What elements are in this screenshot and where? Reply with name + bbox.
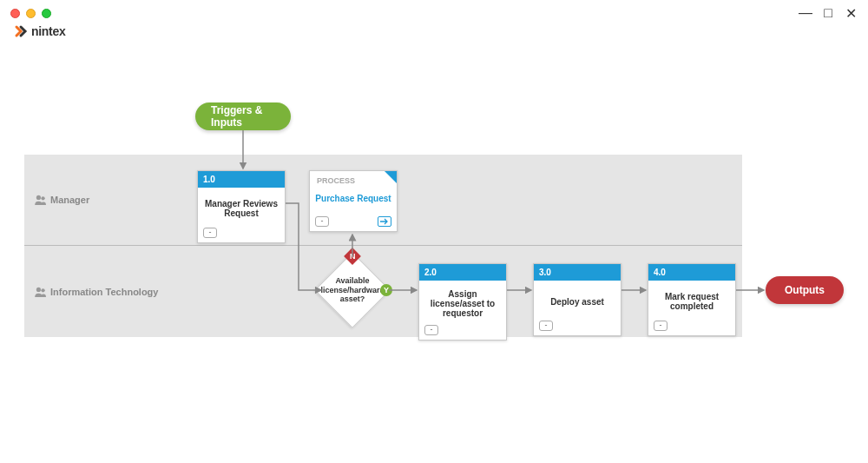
process-title: Purchase Request [310,187,397,215]
lane-it-text: Information Technology [50,287,158,297]
minimize-button[interactable]: — [799,5,812,21]
outputs-label: Outputs [785,284,825,296]
maximize-button[interactable]: □ [821,5,835,21]
task-mark-complete[interactable]: 4.0 Mark request completed - [648,263,736,336]
traffic-lights [10,9,51,18]
svg-point-1 [41,196,44,200]
lane-manager-label: Manager [35,195,89,205]
task-title: Manager Reviews Request [198,188,285,226]
task-title: Deploy asset [534,281,621,319]
window-controls: — □ ✕ [799,5,858,22]
triggers-inputs-node[interactable]: Triggers & Inputs [195,103,291,130]
group-icon [35,195,47,205]
task-assign-license[interactable]: 2.0 Assign license/asset to requestor - [418,263,507,341]
collapse-button[interactable]: - [539,321,553,331]
task-manager-reviews[interactable]: 1.0 Manager Reviews Request - [197,170,286,243]
goto-process-button[interactable] [378,216,391,227]
close-button[interactable]: ✕ [844,5,858,22]
decision-available-asset[interactable]: Available license/hardware asset? N Y [315,253,390,327]
minimize-traffic-light[interactable] [26,9,36,18]
task-id: 4.0 [648,264,735,281]
fold-icon [385,171,397,183]
process-purchase-request[interactable]: PROCESS Purchase Request - [309,170,398,232]
decision-yes-marker: Y [380,284,392,296]
task-id: 1.0 [198,171,285,188]
nintex-logo-icon [14,24,28,38]
close-traffic-light[interactable] [10,9,20,18]
svg-point-2 [36,287,41,291]
collapse-button[interactable]: - [203,228,217,238]
maximize-traffic-light[interactable] [42,9,51,18]
process-label: PROCESS [310,171,397,187]
outputs-node[interactable]: Outputs [766,276,844,304]
svg-point-3 [41,288,44,292]
task-title: Mark request completed [648,281,735,319]
arrow-right-icon [380,218,389,225]
brand-name: nintex [31,24,65,38]
lane-manager-text: Manager [50,195,89,205]
brand: nintex [14,24,65,38]
task-title: Assign license/asset to requestor [419,281,506,323]
task-id: 3.0 [534,264,621,281]
task-deploy-asset[interactable]: 3.0 Deploy asset - [533,263,621,336]
window-chrome: — □ ✕ [0,0,868,26]
collapse-button[interactable]: - [424,325,438,335]
task-id: 2.0 [419,264,506,281]
group-icon [35,287,47,297]
collapse-button[interactable]: - [315,216,329,227]
collapse-button[interactable]: - [654,321,667,331]
triggers-label: Triggers & Inputs [211,104,275,129]
svg-point-0 [36,195,41,200]
lane-it-label: Information Technology [35,287,158,297]
